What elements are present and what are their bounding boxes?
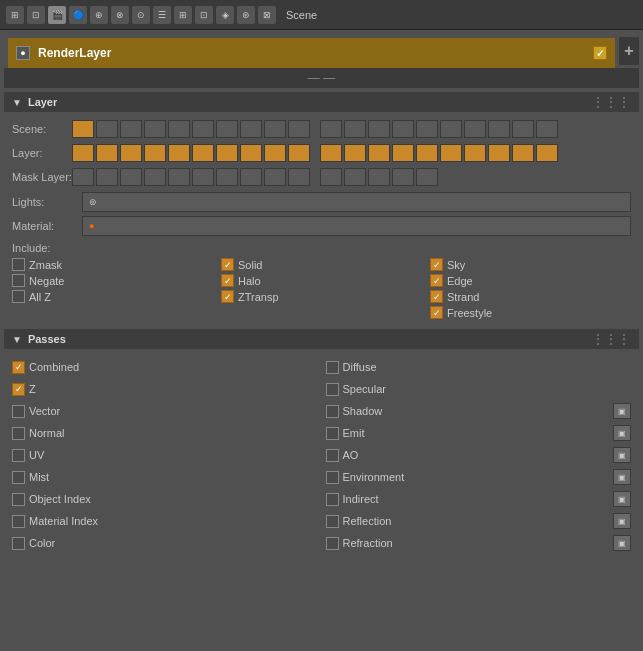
mask-btn-8[interactable]: [240, 168, 262, 186]
scene-btn-1[interactable]: [72, 120, 94, 138]
tb-icon-3[interactable]: 🎬: [48, 6, 66, 24]
layer-section-header[interactable]: ▼ Layer ⋮⋮⋮: [4, 92, 639, 112]
environment-icon-btn[interactable]: ▣: [613, 469, 631, 485]
tb-icon-8[interactable]: ☰: [153, 6, 171, 24]
scene-btn-9[interactable]: [264, 120, 286, 138]
tb-icon-12[interactable]: ⊛: [237, 6, 255, 24]
tb-icon-5[interactable]: ⊕: [90, 6, 108, 24]
layer-btn-4[interactable]: [144, 144, 166, 162]
mask-btn-6[interactable]: [192, 168, 214, 186]
halo-checkbox[interactable]: ✓: [221, 274, 234, 287]
layer-btn-11[interactable]: [320, 144, 342, 162]
mask-btn-3[interactable]: [120, 168, 142, 186]
scene-btn-5[interactable]: [168, 120, 190, 138]
mist-checkbox[interactable]: [12, 471, 25, 484]
mask-btn-4[interactable]: [144, 168, 166, 186]
uv-checkbox[interactable]: [12, 449, 25, 462]
mask-btn-14[interactable]: [392, 168, 414, 186]
solid-checkbox[interactable]: ✓: [221, 258, 234, 271]
scene-btn-19[interactable]: [512, 120, 534, 138]
tb-icon-6[interactable]: ⊗: [111, 6, 129, 24]
ztransp-checkbox[interactable]: ✓: [221, 290, 234, 303]
lights-input[interactable]: ⊚: [82, 192, 631, 212]
layer-btn-19[interactable]: [512, 144, 534, 162]
mask-btn-1[interactable]: [72, 168, 94, 186]
emit-checkbox[interactable]: [326, 427, 339, 440]
strand-checkbox[interactable]: ✓: [430, 290, 443, 303]
reflection-checkbox[interactable]: [326, 515, 339, 528]
negate-checkbox[interactable]: [12, 274, 25, 287]
combined-checkbox[interactable]: ✓: [12, 361, 25, 374]
mask-btn-2[interactable]: [96, 168, 118, 186]
add-render-layer-btn[interactable]: +: [619, 37, 639, 65]
shadow-checkbox[interactable]: [326, 405, 339, 418]
shadow-icon-btn[interactable]: ▣: [613, 403, 631, 419]
mask-btn-13[interactable]: [368, 168, 390, 186]
render-layer-enable-toggle[interactable]: ●: [16, 46, 30, 60]
scene-btn-13[interactable]: [368, 120, 390, 138]
diffuse-checkbox[interactable]: [326, 361, 339, 374]
layer-btn-2[interactable]: [96, 144, 118, 162]
tb-icon-1[interactable]: ⊞: [6, 6, 24, 24]
mask-btn-10[interactable]: [288, 168, 310, 186]
reflection-icon-btn[interactable]: ▣: [613, 513, 631, 529]
allz-checkbox[interactable]: [12, 290, 25, 303]
object-index-checkbox[interactable]: [12, 493, 25, 506]
indirect-icon-btn[interactable]: ▣: [613, 491, 631, 507]
material-input[interactable]: ●: [82, 216, 631, 236]
layer-btn-6[interactable]: [192, 144, 214, 162]
tb-icon-2[interactable]: ⊡: [27, 6, 45, 24]
scene-btn-2[interactable]: [96, 120, 118, 138]
mask-btn-11[interactable]: [320, 168, 342, 186]
z-checkbox[interactable]: ✓: [12, 383, 25, 396]
scene-btn-16[interactable]: [440, 120, 462, 138]
mask-btn-7[interactable]: [216, 168, 238, 186]
layer-btn-20[interactable]: [536, 144, 558, 162]
specular-checkbox[interactable]: [326, 383, 339, 396]
scene-btn-11[interactable]: [320, 120, 342, 138]
scene-btn-17[interactable]: [464, 120, 486, 138]
layer-btn-14[interactable]: [392, 144, 414, 162]
scene-btn-20[interactable]: [536, 120, 558, 138]
scene-btn-10[interactable]: [288, 120, 310, 138]
scene-btn-14[interactable]: [392, 120, 414, 138]
freestyle-checkbox[interactable]: ✓: [430, 306, 443, 319]
normal-checkbox[interactable]: [12, 427, 25, 440]
mask-btn-15[interactable]: [416, 168, 438, 186]
scene-btn-12[interactable]: [344, 120, 366, 138]
refraction-icon-btn[interactable]: ▣: [613, 535, 631, 551]
vector-checkbox[interactable]: [12, 405, 25, 418]
layer-btn-17[interactable]: [464, 144, 486, 162]
scene-btn-7[interactable]: [216, 120, 238, 138]
layer-btn-1[interactable]: [72, 144, 94, 162]
layer-btn-15[interactable]: [416, 144, 438, 162]
scene-btn-3[interactable]: [120, 120, 142, 138]
environment-checkbox[interactable]: [326, 471, 339, 484]
scene-btn-4[interactable]: [144, 120, 166, 138]
refraction-checkbox[interactable]: [326, 537, 339, 550]
emit-icon-btn[interactable]: ▣: [613, 425, 631, 441]
layer-btn-12[interactable]: [344, 144, 366, 162]
material-index-checkbox[interactable]: [12, 515, 25, 528]
mask-btn-9[interactable]: [264, 168, 286, 186]
mask-btn-12[interactable]: [344, 168, 366, 186]
tb-icon-10[interactable]: ⊡: [195, 6, 213, 24]
layer-btn-3[interactable]: [120, 144, 142, 162]
color-checkbox[interactable]: [12, 537, 25, 550]
ao-icon-btn[interactable]: ▣: [613, 447, 631, 463]
indirect-checkbox[interactable]: [326, 493, 339, 506]
ao-checkbox[interactable]: [326, 449, 339, 462]
sky-checkbox[interactable]: ✓: [430, 258, 443, 271]
zmask-checkbox[interactable]: [12, 258, 25, 271]
mask-btn-5[interactable]: [168, 168, 190, 186]
layer-btn-16[interactable]: [440, 144, 462, 162]
layer-btn-18[interactable]: [488, 144, 510, 162]
layer-btn-10[interactable]: [288, 144, 310, 162]
tb-icon-13[interactable]: ⊠: [258, 6, 276, 24]
layer-btn-5[interactable]: [168, 144, 190, 162]
scene-btn-15[interactable]: [416, 120, 438, 138]
tb-icon-7[interactable]: ⊙: [132, 6, 150, 24]
tb-icon-4[interactable]: 🔵: [69, 6, 87, 24]
passes-section-header[interactable]: ▼ Passes ⋮⋮⋮: [4, 329, 639, 349]
render-layer-header[interactable]: ● RenderLayer ✓: [8, 38, 615, 68]
